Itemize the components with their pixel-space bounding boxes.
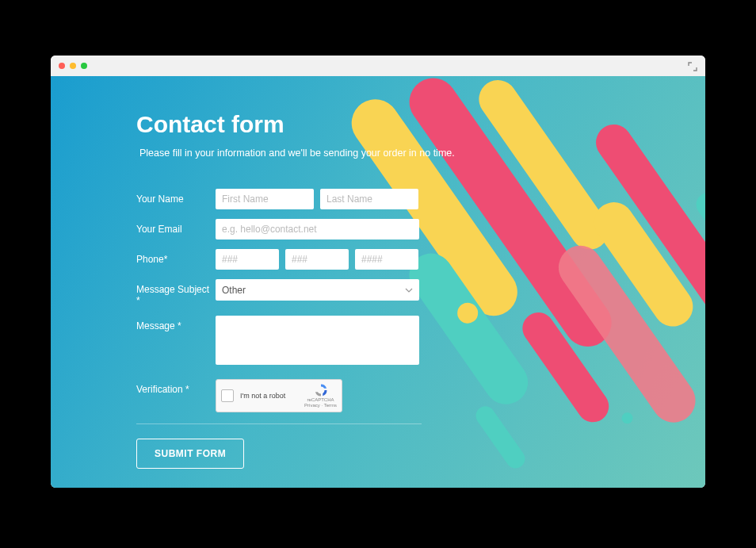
email-input[interactable] (216, 219, 419, 240)
label-message: Message * (136, 316, 216, 331)
recaptcha-widget[interactable]: I'm not a robot reCAPTCHA Privacy · Term… (216, 379, 342, 412)
recaptcha-checkbox[interactable] (221, 389, 234, 402)
last-name-input[interactable] (320, 189, 418, 209)
phone-prefix-input[interactable] (285, 249, 349, 270)
phone-line-input[interactable] (355, 249, 418, 270)
page-title: Contact form (136, 111, 705, 138)
form-divider (136, 423, 422, 424)
browser-window: Contact form Please fill in your informa… (51, 56, 705, 488)
recaptcha-brand: reCAPTCHA (307, 397, 334, 403)
close-window-icon[interactable] (59, 63, 65, 69)
phone-area-input[interactable] (216, 249, 279, 270)
label-email: Your Email (136, 219, 216, 235)
subject-select[interactable]: Other (216, 279, 419, 301)
recaptcha-legal: Privacy · Terms (304, 403, 337, 408)
message-textarea[interactable] (216, 316, 419, 365)
window-controls (59, 63, 87, 69)
contact-form: Contact form Please fill in your informa… (51, 76, 705, 469)
label-name: Your Name (136, 189, 216, 205)
row-phone: Phone* (136, 249, 705, 270)
first-name-input[interactable] (216, 189, 314, 209)
row-message: Message * (136, 316, 705, 365)
row-subject: Message Subject * Other (136, 279, 705, 306)
maximize-window-icon[interactable] (81, 63, 87, 69)
recaptcha-text: I'm not a robot (240, 392, 298, 400)
page-subtitle: Please fill in your information and we'l… (136, 148, 705, 159)
subject-selected-value: Other (222, 285, 246, 296)
submit-button[interactable]: SUBMIT FORM (136, 439, 244, 469)
row-verification: Verification * I'm not a robot reCAPTCHA… (136, 379, 705, 412)
minimize-window-icon[interactable] (70, 63, 76, 69)
expand-icon[interactable] (688, 60, 697, 75)
label-verification: Verification * (136, 379, 216, 395)
label-subject: Message Subject * (136, 279, 216, 306)
recaptcha-logo: reCAPTCHA Privacy · Terms (304, 383, 337, 408)
label-phone: Phone* (136, 249, 216, 265)
chevron-down-icon (405, 285, 413, 294)
page-content: Contact form Please fill in your informa… (51, 76, 705, 488)
window-title-bar (51, 56, 705, 76)
row-email: Your Email (136, 219, 705, 240)
row-name: Your Name (136, 189, 705, 209)
